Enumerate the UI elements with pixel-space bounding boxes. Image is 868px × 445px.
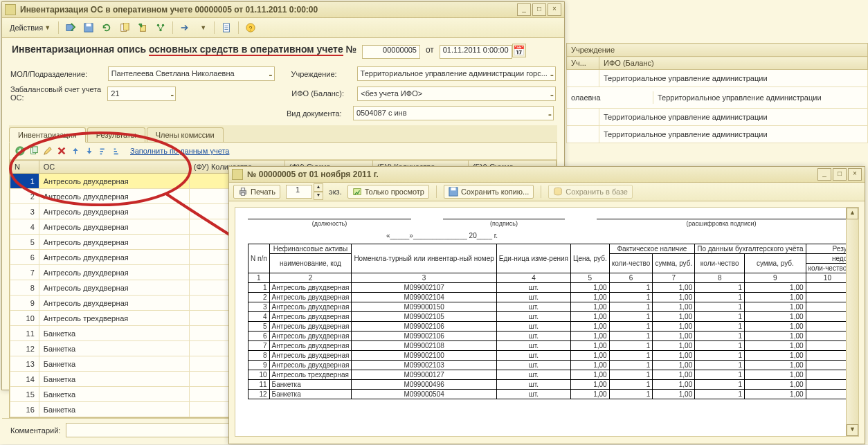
tab-results[interactable]: Результаты <box>87 127 145 142</box>
actions-menu[interactable]: Действия▼ <box>6 21 54 34</box>
svg-rect-22 <box>241 193 244 196</box>
post-and-close-icon[interactable] <box>63 20 78 35</box>
tabs-bar: Инвентаризация Результаты Члены комиссии <box>9 125 557 143</box>
ifo-input[interactable]: <без учета ИФО>... <box>357 87 556 101</box>
save-copy-button[interactable]: Сохранить копию... <box>444 185 534 199</box>
report-row: 12БанкеткаМ099000504шт.1,0011,0011,00 <box>248 390 860 399</box>
report-row: 2Антресоль двухдвернаяМ099002104шт.1,001… <box>248 293 860 302</box>
main-titlebar[interactable]: Инвентаризация ОС в оперативном учете 00… <box>2 2 564 18</box>
copies-up[interactable]: ▲ <box>314 183 323 192</box>
svg-rect-25 <box>451 188 455 190</box>
peek-cell: Территориальное управление администрации <box>599 70 868 87</box>
help-icon[interactable]: ? <box>243 20 258 35</box>
save-db-button[interactable]: Сохранить в базе <box>548 185 633 199</box>
copies-input[interactable]: 1 <box>286 185 312 199</box>
sig-position-label: (должность) <box>248 219 411 228</box>
picker-button[interactable]: ... <box>170 87 172 100</box>
picker-button[interactable]: ... <box>550 87 552 100</box>
edit-row-icon[interactable] <box>42 145 54 157</box>
calendar-button[interactable]: 📅 <box>512 44 526 57</box>
report-row: 10Антресоль трехдвернаяМ099000127шт.1,00… <box>248 370 860 380</box>
minimize-button[interactable]: _ <box>817 168 831 181</box>
report-toolbar: Печать 1 ▲▼ экз. Только просмотр Сохрани… <box>229 183 865 201</box>
report-row: 6Антресоль двухдвернаяМ099002106шт.1,001… <box>248 332 860 341</box>
delete-row-icon[interactable] <box>55 145 68 157</box>
maximize-button[interactable]: □ <box>532 3 546 16</box>
go-dropdown[interactable]: ▼ <box>195 22 210 33</box>
comment-label: Комментарий: <box>10 426 60 435</box>
report-row: 3Антресоль двухдвернаяМ099000150шт.1,001… <box>248 302 860 312</box>
fill-from-account-link[interactable]: Заполнить по данным учета <box>130 147 229 155</box>
report-row: 9Антресоль двухдвернаяМ099002103шт.1,001… <box>248 361 860 370</box>
sort-asc-icon[interactable] <box>97 145 109 157</box>
maximize-button[interactable]: □ <box>833 168 847 181</box>
scroll-down-button[interactable]: ▼ <box>847 424 858 436</box>
go-icon[interactable] <box>177 20 192 35</box>
mol-input[interactable]: Пантелеева Светлана Николаевна... <box>108 66 275 81</box>
report-titlebar[interactable]: № 00000005 от 01 ноября 2011 г. _ □ × <box>229 167 865 183</box>
doc-date-input[interactable]: 01.11.2011 0:00:00 <box>440 45 512 59</box>
ifo-label: ИФО (Баланс): <box>291 89 357 98</box>
tab-inventory[interactable]: Инвентаризация <box>9 127 86 143</box>
create-based-icon[interactable] <box>135 20 150 35</box>
copy-row-icon[interactable] <box>28 145 40 157</box>
picker-button[interactable]: ... <box>548 107 550 120</box>
close-button[interactable]: × <box>548 3 561 16</box>
tree-icon[interactable] <box>153 20 168 35</box>
base-doc-icon[interactable] <box>117 20 132 35</box>
doctype-input[interactable]: 0504087 с инв... <box>353 106 554 120</box>
peek-header-org: Учреждение <box>567 44 868 57</box>
svg-text:?: ? <box>249 25 253 32</box>
report-scrollbar[interactable]: ▲ ▼ <box>846 208 858 436</box>
save-icon[interactable] <box>81 20 96 35</box>
report-table: N п/пНефинансовые активыНоменкла-турный … <box>248 244 859 399</box>
minimize-button[interactable]: _ <box>517 3 531 16</box>
report-row: 4Антресоль двухдвернаяМ099002105шт.1,001… <box>248 312 860 322</box>
preview-toggle-button[interactable]: Только просмотр <box>347 185 429 199</box>
window-icon <box>5 4 16 15</box>
refresh-icon[interactable] <box>99 20 114 35</box>
report-window: № 00000005 от 01 ноября 2011 г. _ □ × Пе… <box>228 166 865 444</box>
sig-name-label: (расшифровка подписи) <box>597 219 846 228</box>
report-title: № 00000005 от 01 ноября 2011 г. <box>247 170 816 179</box>
page-heading: Инвентаризационная опись основных средст… <box>2 38 564 64</box>
picker-button[interactable]: ... <box>550 67 552 80</box>
doc-number-input[interactable]: 00000005 <box>362 45 420 59</box>
move-up-icon[interactable] <box>69 145 82 157</box>
adjacent-grid: Учреждение Уч... ИФО (Баланс) Территориа… <box>566 43 868 143</box>
offbal-input[interactable]: 21... <box>107 87 176 101</box>
window-icon <box>232 169 243 180</box>
move-down-icon[interactable] <box>83 145 96 157</box>
sig-sign-label: (подпись) <box>443 219 565 228</box>
org-input[interactable]: Территориальное управление администрации… <box>357 66 556 81</box>
report-row: 11БанкеткаМ099000496шт.1,0011,0011,00 <box>248 380 860 390</box>
col-header[interactable]: ОС <box>39 161 189 174</box>
report-row: 8Антресоль двухдвернаяМ099002100шт.1,001… <box>248 351 860 361</box>
copies-down[interactable]: ▼ <box>314 192 323 200</box>
doctype-label: Вид документа: <box>287 109 353 118</box>
svg-rect-4 <box>123 23 129 30</box>
sort-desc-icon[interactable] <box>111 145 123 157</box>
offbal-label: Забалансовый счет учета ОС: <box>10 85 107 102</box>
grid-toolbar: Заполнить по данным учета <box>10 143 557 160</box>
report-body[interactable]: (должность) (подпись) (расшифровка подпи… <box>235 207 859 437</box>
report-row: 5Антресоль двухдвернаяМ099002106шт.1,001… <box>248 322 860 332</box>
svg-rect-2 <box>87 24 91 26</box>
svg-rect-21 <box>241 188 244 191</box>
picker-button[interactable]: ... <box>269 67 271 80</box>
svg-rect-17 <box>33 147 37 153</box>
print-button[interactable]: Печать <box>233 185 280 199</box>
org-label: Учреждение: <box>291 70 357 78</box>
copies-label: экз. <box>329 188 342 196</box>
main-toolbar: Действия▼ ▼ ? <box>2 18 564 38</box>
tab-commission[interactable]: Члены комиссии <box>147 127 224 142</box>
mol-label: МОЛ/Подразделение: <box>10 70 108 78</box>
report-icon[interactable] <box>219 20 234 35</box>
report-row: 7Антресоль двухдвернаяМ099002108шт.1,001… <box>248 341 860 351</box>
col-header[interactable]: N <box>10 161 39 174</box>
report-row: 1Антресоль двухдвернаяМ099002107шт.1,001… <box>248 283 860 293</box>
scroll-up-button[interactable]: ▲ <box>847 208 858 219</box>
peek-header-short: Уч... <box>567 57 599 70</box>
add-row-icon[interactable] <box>14 145 26 157</box>
close-button[interactable]: × <box>848 168 862 181</box>
